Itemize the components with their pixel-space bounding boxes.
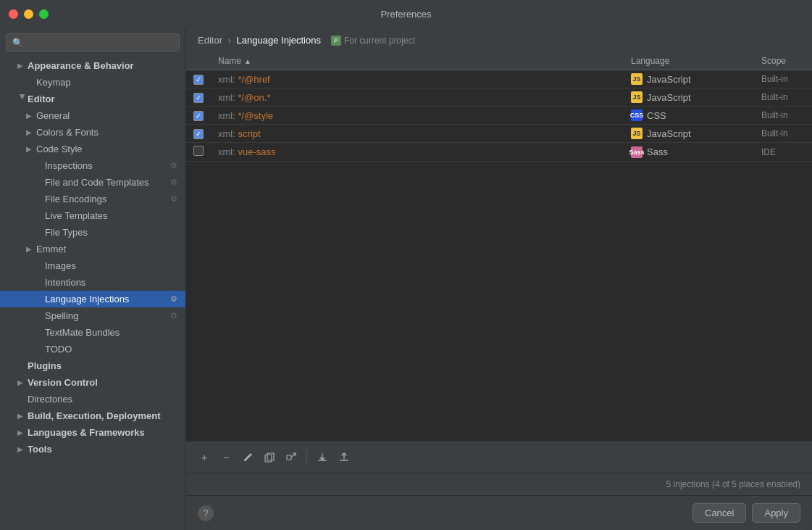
copy-button[interactable]	[260, 448, 279, 467]
sidebar-item-directories[interactable]: Directories	[0, 391, 185, 407]
toolbar-separator	[306, 450, 307, 465]
status-bar: 5 injections (4 of 5 places enabled)	[186, 473, 812, 495]
row-checkbox[interactable]: ✓	[193, 129, 204, 139]
minimize-button[interactable]	[24, 9, 33, 19]
table-row[interactable]: xml: vue-sassSassSassIDE	[186, 143, 812, 162]
row-checkbox[interactable]	[193, 146, 204, 156]
sidebar-item-label: Intentions	[45, 277, 180, 288]
preferences-window: Preferences 🔍 ▶ Appearance & Behavior Ke…	[0, 0, 812, 530]
sidebar-item-file-code-templates[interactable]: File and Code Templates ⚙	[0, 174, 185, 191]
sidebar-item-emmet[interactable]: ▶ Emmet	[0, 241, 185, 257]
sidebar: 🔍 ▶ Appearance & Behavior Keymap ▶ Edito…	[0, 28, 186, 530]
sidebar-item-plugins[interactable]: Plugins	[0, 357, 185, 374]
add-button[interactable]: +	[195, 448, 214, 467]
breadcrumb: Editor › Language Injections	[198, 35, 321, 46]
row-scope-cell: Built-in	[754, 88, 812, 107]
sidebar-item-editor[interactable]: ▶ Editor	[0, 91, 185, 107]
injections-table-area: Name ▲ Language Scope ✓xml: */@hrefJSJav…	[186, 52, 812, 442]
import-button[interactable]	[313, 448, 332, 467]
row-checkbox-cell: ✓	[186, 88, 211, 107]
name-pattern: */@href	[238, 74, 269, 85]
language-label: JavaScript	[647, 74, 691, 85]
footer: ? Cancel Apply	[186, 495, 812, 530]
row-checkbox-cell: ✓	[186, 70, 211, 88]
sidebar-item-label: Languages & Frameworks	[28, 427, 180, 438]
sidebar-item-todo[interactable]: TODO	[0, 341, 185, 357]
table-row[interactable]: ✓xml: */@hrefJSJavaScriptBuilt-in	[186, 70, 812, 88]
sidebar-item-build-exec[interactable]: ▶ Build, Execution, Deployment	[0, 407, 185, 424]
row-scope-cell: Built-in	[754, 70, 812, 88]
row-checkbox-cell	[186, 143, 211, 162]
table-toolbar: + −	[186, 442, 812, 473]
language-icon: JS	[631, 73, 643, 85]
row-checkbox[interactable]: ✓	[193, 111, 204, 121]
search-input[interactable]	[28, 37, 173, 48]
table-row[interactable]: ✓xml: */@styleCSSCSSBuilt-in	[186, 107, 812, 125]
project-badge: P For current project	[331, 36, 415, 46]
row-checkbox[interactable]: ✓	[193, 93, 204, 103]
sidebar-item-label: General	[36, 110, 180, 121]
col-header-language[interactable]: Language	[624, 52, 754, 70]
sidebar-item-version-control[interactable]: ▶ Version Control	[0, 374, 185, 391]
sidebar-item-label: File Types	[45, 227, 180, 238]
row-name-cell: xml: */@on.*	[211, 88, 624, 107]
maximize-button[interactable]	[39, 9, 49, 19]
row-scope-cell: IDE	[754, 143, 812, 162]
table-body: ✓xml: */@hrefJSJavaScriptBuilt-in✓xml: *…	[186, 70, 812, 162]
close-button[interactable]	[9, 9, 18, 19]
sidebar-item-code-style[interactable]: ▶ Code Style	[0, 141, 185, 157]
help-button[interactable]: ?	[198, 505, 214, 521]
more-button[interactable]	[282, 448, 301, 467]
gear-icon: ⚙	[168, 311, 180, 320]
injections-table: Name ▲ Language Scope ✓xml: */@hrefJSJav…	[186, 52, 812, 162]
language-label: Sass	[647, 146, 668, 157]
row-scope-cell: Built-in	[754, 107, 812, 125]
breadcrumb-current: Language Injections	[237, 35, 321, 46]
apply-button[interactable]: Apply	[752, 503, 800, 523]
search-box[interactable]: 🔍	[6, 33, 180, 51]
sidebar-item-appearance[interactable]: ▶ Appearance & Behavior	[0, 57, 185, 74]
arrow-icon: ▶	[17, 62, 28, 70]
sidebar-item-file-encodings[interactable]: File Encodings ⚙	[0, 191, 185, 207]
row-name-cell: xml: */@style	[211, 107, 624, 125]
sidebar-item-languages-frameworks[interactable]: ▶ Languages & Frameworks	[0, 424, 185, 441]
sidebar-item-label: Colors & Fonts	[36, 127, 180, 138]
status-text: 5 injections (4 of 5 places enabled)	[666, 479, 800, 489]
sidebar-item-images[interactable]: Images	[0, 257, 185, 274]
name-pattern: vue-sass	[238, 146, 275, 157]
language-icon: JS	[631, 91, 643, 103]
sidebar-item-language-injections[interactable]: Language Injections ⚙	[0, 291, 185, 307]
col-header-scope[interactable]: Scope	[754, 52, 812, 70]
sidebar-item-colors-fonts[interactable]: ▶ Colors & Fonts	[0, 124, 185, 141]
sidebar-item-inspections[interactable]: Inspections ⚙	[0, 157, 185, 174]
arrow-icon: ▶	[17, 445, 28, 453]
table-row[interactable]: ✓xml: */@on.*JSJavaScriptBuilt-in	[186, 88, 812, 107]
sidebar-item-textmate-bundles[interactable]: TextMate Bundles	[0, 324, 185, 341]
sort-arrow-icon: ▲	[244, 57, 251, 65]
table-row[interactable]: ✓xml: scriptJSJavaScriptBuilt-in	[186, 125, 812, 143]
sidebar-item-label: TODO	[45, 344, 180, 355]
export-button[interactable]	[335, 448, 353, 467]
sidebar-item-tools[interactable]: ▶ Tools	[0, 441, 185, 457]
cancel-button[interactable]: Cancel	[692, 503, 746, 523]
remove-button[interactable]: −	[217, 448, 235, 467]
sidebar-item-label: Plugins	[28, 360, 180, 371]
row-checkbox[interactable]: ✓	[193, 75, 204, 85]
content-header: Editor › Language Injections P For curre…	[186, 28, 812, 52]
svg-rect-2	[287, 455, 291, 460]
project-icon: P	[331, 36, 341, 46]
col-header-name[interactable]: Name ▲	[211, 52, 624, 70]
sidebar-item-live-templates[interactable]: Live Templates	[0, 207, 185, 224]
sidebar-item-keymap[interactable]: Keymap	[0, 74, 185, 91]
name-pattern: script	[238, 128, 260, 139]
row-checkbox-cell: ✓	[186, 107, 211, 125]
sidebar-item-spelling[interactable]: Spelling ⚙	[0, 307, 185, 324]
sidebar-item-label: Appearance & Behavior	[28, 60, 180, 71]
sidebar-item-general[interactable]: ▶ General	[0, 107, 185, 124]
sidebar-item-label: File and Code Templates	[45, 177, 165, 188]
sidebar-item-file-types[interactable]: File Types	[0, 224, 185, 241]
edit-button[interactable]	[238, 448, 257, 467]
breadcrumb-separator: ›	[228, 35, 231, 46]
language-label: CSS	[647, 110, 666, 121]
sidebar-item-intentions[interactable]: Intentions	[0, 274, 185, 291]
